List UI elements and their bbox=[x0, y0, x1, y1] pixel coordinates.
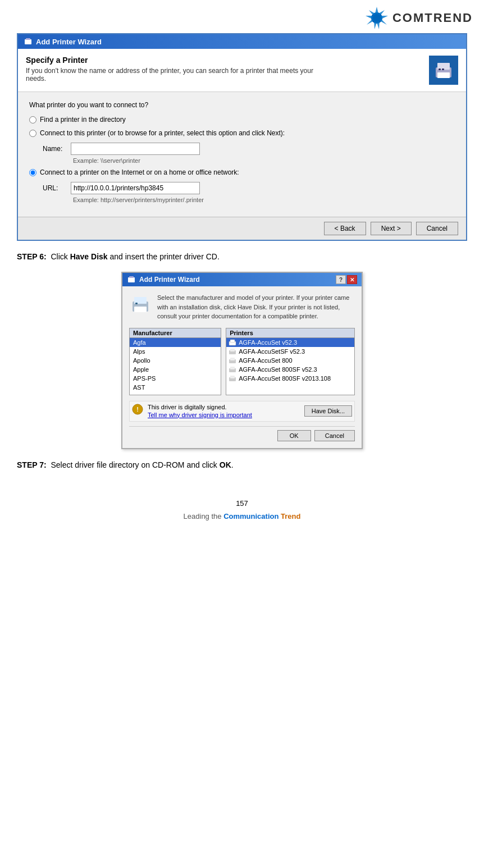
wizard2-titlebar-buttons: ? ✕ bbox=[336, 275, 357, 284]
wizard1-header-text: Specify a Printer If you don't know the … bbox=[26, 56, 318, 83]
printer-mini-icon-1 bbox=[229, 339, 236, 346]
driver-signing-link[interactable]: Tell me why driver signing is important bbox=[148, 412, 252, 418]
wizard1-name-label: Name: bbox=[43, 145, 71, 153]
comtrend-logo-icon bbox=[364, 6, 389, 30]
driver-signing-icon: ! bbox=[132, 404, 143, 415]
wizard2-printer-item-2[interactable]: AGFA-AccuSetSF v52.3 bbox=[226, 347, 354, 356]
wizard1-header-section: Specify a Printer If you don't know the … bbox=[18, 49, 466, 92]
svg-rect-21 bbox=[230, 358, 235, 360]
wizard1-next-button[interactable]: Next > bbox=[371, 222, 412, 235]
wizard2-printers-header: Printers bbox=[226, 328, 354, 338]
wizard2-manufacturer-apple[interactable]: Apple bbox=[130, 365, 221, 374]
wizard2-manufacturer-listbox[interactable]: Manufacturer Agfa Alps Apollo Apple APS-… bbox=[129, 328, 221, 395]
wizard1-name-example: Example: \\server\printer bbox=[73, 157, 455, 164]
wizard1-title-icon bbox=[24, 37, 33, 46]
wizard1-cancel-button[interactable]: Cancel bbox=[416, 222, 458, 235]
footer-brand: Leading the Communication Trend bbox=[0, 512, 484, 520]
wizard2-titlebar: Add Printer Wizard ? ✕ bbox=[122, 273, 362, 286]
page-header: COMTREND bbox=[0, 0, 484, 33]
wizard2-title-icon bbox=[127, 275, 136, 284]
wizard2-manufacturer-alps[interactable]: Alps bbox=[130, 347, 221, 356]
wizard2-manufacturer-agfa[interactable]: Agfa bbox=[130, 338, 221, 347]
footer-brand-trend: Trend bbox=[278, 512, 300, 520]
svg-rect-23 bbox=[230, 367, 235, 369]
wizard2-printer-item-1[interactable]: AGFA-AccuSet v52.3 bbox=[226, 338, 354, 347]
svg-point-2 bbox=[373, 14, 381, 22]
wizard2-manufacturer-container: Manufacturer Agfa Alps Apollo Apple APS-… bbox=[129, 328, 221, 395]
wizard1-url-label: URL: bbox=[43, 184, 71, 192]
wizard2-manufacturer-aps-ps[interactable]: APS-PS bbox=[130, 374, 221, 383]
wizard1-radio2[interactable] bbox=[29, 130, 36, 137]
svg-rect-8 bbox=[439, 68, 441, 70]
printer-mini-icon-5 bbox=[229, 375, 236, 382]
footer-brand-leading: Leading the bbox=[184, 512, 224, 520]
wizard2-printer-item-5[interactable]: AGFA-AccuSet 800SF v2013.108 bbox=[226, 374, 354, 383]
wizard1-option3-label: Connect to a printer on the Internet or … bbox=[40, 168, 239, 176]
wizard2-driver-signing-row: ! This driver is digitally signed. Tell … bbox=[129, 401, 355, 422]
svg-text:!: ! bbox=[136, 406, 139, 413]
wizard2-printer-item-4[interactable]: AGFA-AccuSet 800SF v52.3 bbox=[226, 365, 354, 374]
step7-text-post: . bbox=[231, 460, 234, 469]
wizard2-title: Add Printer Wizard bbox=[139, 276, 200, 284]
wizard2-manufacturer-apollo[interactable]: Apollo bbox=[130, 356, 221, 365]
footer-brand-comm: Communication bbox=[223, 512, 278, 520]
wizard1-option3-sub: URL: Example: http://server/printers/myp… bbox=[43, 182, 455, 203]
page-number: 157 bbox=[0, 499, 484, 508]
wizard1-option1-label: Find a printer in the directory bbox=[40, 116, 126, 124]
wizard2-body: Select the manufacturer and model of you… bbox=[122, 286, 362, 448]
wizard2-header: Select the manufacturer and model of you… bbox=[129, 293, 355, 321]
printer-icon-svg bbox=[433, 60, 454, 81]
driver-signing-svg: ! bbox=[132, 404, 143, 415]
wizard2-lists: Manufacturer Agfa Alps Apollo Apple APS-… bbox=[129, 328, 355, 395]
wizard2-manufacturer-header: Manufacturer bbox=[130, 328, 221, 338]
wizard1-url-input[interactable] bbox=[71, 182, 200, 194]
wizard1-radio1[interactable] bbox=[29, 116, 36, 124]
wizard2-printer-icon bbox=[129, 293, 152, 316]
wizard2-have-disk-button[interactable]: Have Disk... bbox=[304, 405, 352, 417]
wizard1-footer: < Back Next > Cancel bbox=[18, 217, 466, 240]
wizard1-content: What printer do you want to connect to? … bbox=[18, 92, 466, 217]
printer-mini-icon-3 bbox=[229, 357, 236, 364]
step7-bold: OK bbox=[220, 460, 231, 469]
wizard1-option3: Connect to a printer on the Internet or … bbox=[29, 168, 455, 176]
svg-rect-17 bbox=[230, 340, 235, 342]
wizard2-printers-container: Printers AGFA-AccuSet v52.3 bbox=[226, 328, 355, 395]
svg-rect-11 bbox=[129, 276, 134, 278]
wizard1-option2-sub: Name: Example: \\server\printer bbox=[43, 143, 455, 164]
wizard1-back-button[interactable]: < Back bbox=[324, 222, 366, 235]
svg-rect-7 bbox=[437, 72, 450, 78]
step7-text-pre: Select driver file directory on CD-ROM a… bbox=[51, 460, 219, 469]
wizard1-printer-icon bbox=[429, 56, 458, 85]
svg-rect-9 bbox=[442, 68, 444, 70]
wizard1-name-input[interactable] bbox=[71, 143, 200, 155]
logo-text: COMTREND bbox=[392, 11, 473, 25]
svg-rect-25 bbox=[230, 376, 235, 378]
step7-label: STEP 7: bbox=[17, 460, 47, 469]
wizard1-title: Add Printer Wizard bbox=[36, 38, 102, 46]
wizard1-header-title: Specify a Printer bbox=[26, 56, 318, 65]
wizard2-titlebar-left: Add Printer Wizard bbox=[127, 275, 200, 284]
wizard2-ok-button[interactable]: OK bbox=[277, 430, 311, 441]
wizard2-manufacturer-ast[interactable]: AST bbox=[130, 383, 221, 392]
wizard2-printer-item-3[interactable]: AGFA-AccuSet 800 bbox=[226, 356, 354, 365]
comtrend-logo: COMTREND bbox=[364, 6, 473, 30]
svg-rect-19 bbox=[230, 349, 235, 351]
wizard2-dialog: Add Printer Wizard ? ✕ Select the manufa… bbox=[121, 272, 363, 449]
wizard2-printers-listbox[interactable]: Printers AGFA-AccuSet v52.3 bbox=[226, 328, 355, 395]
wizard1-radio3[interactable] bbox=[29, 169, 36, 176]
driver-signing-text-block: This driver is digitally signed. Tell me… bbox=[148, 404, 300, 419]
wizard1-url-field-row: URL: bbox=[43, 182, 455, 194]
wizard2-close-button[interactable]: ✕ bbox=[347, 275, 357, 284]
step7-text: STEP 7: Select driver file directory on … bbox=[17, 459, 467, 471]
wizard1-question: What printer do you want to connect to? bbox=[29, 101, 455, 109]
wizard1-header-desc: If you don't know the name or address of… bbox=[26, 67, 318, 83]
wizard2-help-button[interactable]: ? bbox=[336, 275, 346, 284]
step6-bold: Have Disk bbox=[70, 252, 108, 261]
wizard1-dialog: Add Printer Wizard Specify a Printer If … bbox=[17, 33, 467, 241]
driver-signing-main-text: This driver is digitally signed. bbox=[148, 404, 300, 410]
step6-label: STEP 6: bbox=[17, 252, 47, 261]
wizard2-cancel-button[interactable]: Cancel bbox=[314, 430, 355, 441]
step6-text: STEP 6: Click Have Disk and insert the p… bbox=[17, 251, 467, 263]
main-content: Add Printer Wizard Specify a Printer If … bbox=[0, 33, 484, 471]
svg-rect-14 bbox=[134, 307, 147, 312]
